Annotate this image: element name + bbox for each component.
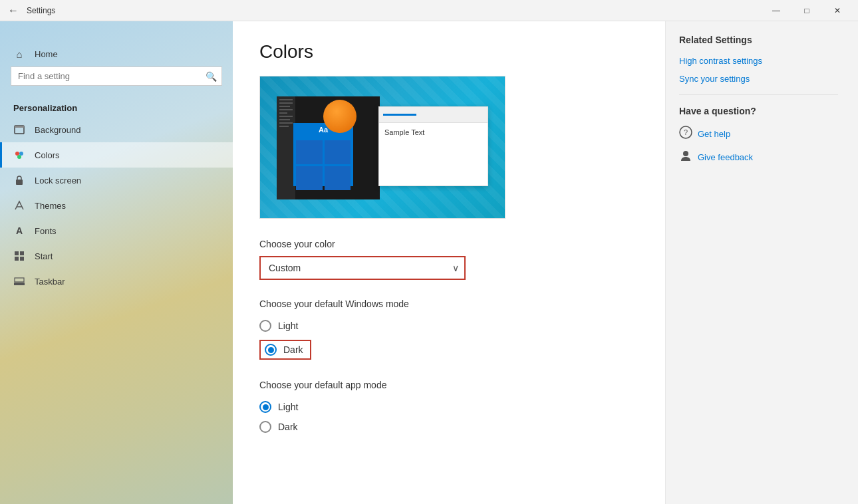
radio-dark-inner — [268, 347, 274, 353]
sidebar-item-label-background: Background — [35, 125, 80, 135]
choose-color-label: Choose your color — [259, 239, 639, 249]
radio-dark-outer — [265, 344, 277, 356]
sample-text: Sample Text — [384, 128, 424, 136]
sidebar-item-label-colors: Colors — [35, 150, 60, 160]
svg-point-3 — [19, 152, 23, 156]
give-feedback-action[interactable]: Give feedback — [679, 149, 838, 166]
svg-rect-7 — [15, 251, 19, 255]
titlebar: ← Settings — □ ✕ — [0, 0, 858, 21]
preview-orange-ball — [323, 100, 357, 133]
window-controls: — □ ✕ — [761, 0, 853, 21]
sidebar-item-taskbar[interactable]: Taskbar — [0, 269, 233, 294]
app-mode-section: Choose your default app mode Light Dark — [259, 380, 639, 437]
search-input[interactable] — [11, 66, 222, 86]
help-icon: ? — [679, 126, 692, 142]
colors-icon — [13, 149, 25, 161]
dark-radio-box: Dark — [259, 340, 311, 360]
minimize-button[interactable]: — — [761, 0, 791, 21]
sidebar-item-fonts[interactable]: A Fonts — [0, 218, 233, 243]
color-preview: Aa Sample Text — [259, 76, 505, 219]
home-icon: ⌂ — [13, 48, 25, 60]
back-button[interactable]: ← — [5, 3, 21, 19]
color-dropdown[interactable]: Custom Light Dark — [259, 256, 466, 280]
windows-mode-group: Light Dark — [259, 316, 639, 364]
windows-mode-label: Choose your default Windows mode — [259, 299, 639, 309]
background-icon — [13, 124, 25, 136]
windows-mode-light-label: Light — [278, 320, 298, 331]
app-body: ⌂ Home 🔍 Personalization Background — [0, 21, 858, 504]
feedback-icon — [679, 149, 692, 166]
app-mode-group: Light Dark — [259, 397, 639, 437]
svg-rect-10 — [20, 257, 24, 261]
app-mode-dark-label: Dark — [278, 422, 298, 432]
have-question-title: Have a question? — [679, 106, 838, 116]
sidebar-item-label-start: Start — [35, 251, 53, 261]
get-help-action[interactable]: ? Get help — [679, 126, 838, 142]
high-contrast-link[interactable]: High contrast settings — [679, 56, 838, 66]
app-mode-light-label: Light — [278, 402, 298, 412]
sidebar-item-themes[interactable]: Themes — [0, 193, 233, 218]
svg-rect-1 — [15, 126, 24, 128]
sidebar-home-item[interactable] — [0, 21, 233, 41]
sidebar-item-label-lock-screen: Lock screen — [35, 176, 81, 186]
svg-rect-8 — [20, 251, 24, 255]
sidebar: ⌂ Home 🔍 Personalization Background — [0, 21, 233, 504]
sidebar-item-home[interactable]: ⌂ Home — [0, 41, 233, 66]
sidebar-item-label-home: Home — [35, 49, 58, 59]
sync-settings-link[interactable]: Sync your settings — [679, 74, 838, 84]
windows-mode-dark-label: Dark — [283, 344, 303, 355]
sidebar-item-label-themes: Themes — [35, 201, 66, 211]
sidebar-item-start[interactable]: Start — [0, 243, 233, 269]
app-mode-dark[interactable]: Dark — [259, 417, 639, 437]
right-panel: Related Settings High contrast settings … — [665, 21, 858, 504]
lock-icon — [13, 174, 25, 186]
page-title: Colors — [259, 41, 639, 63]
radio-app-light-outer — [259, 401, 271, 413]
svg-rect-11 — [14, 283, 25, 285]
maximize-button[interactable]: □ — [791, 0, 822, 21]
start-icon — [13, 250, 25, 262]
sidebar-section-title: Personalization — [0, 96, 233, 117]
svg-rect-9 — [15, 257, 19, 261]
fonts-icon: A — [13, 225, 25, 237]
app-mode-label: Choose your default app mode — [259, 380, 639, 390]
give-feedback-link[interactable]: Give feedback — [698, 152, 753, 162]
svg-rect-12 — [15, 278, 24, 282]
content-area: Colors — [233, 21, 665, 504]
taskbar-icon — [13, 275, 25, 287]
svg-text:?: ? — [684, 128, 688, 136]
radio-app-dark-outer — [259, 421, 271, 433]
svg-point-4 — [17, 155, 21, 159]
svg-point-2 — [15, 152, 19, 156]
themes-icon — [13, 199, 25, 211]
sidebar-item-label-taskbar: Taskbar — [35, 277, 65, 287]
radio-app-light-inner — [263, 404, 269, 410]
svg-rect-5 — [16, 180, 23, 185]
close-button[interactable]: ✕ — [822, 0, 853, 21]
search-icon: 🔍 — [206, 71, 217, 82]
radio-light-outer — [259, 320, 271, 332]
windows-mode-light[interactable]: Light — [259, 316, 639, 336]
windows-mode-dark[interactable]: Dark — [259, 336, 639, 364]
sidebar-item-colors[interactable]: Colors — [0, 142, 233, 168]
related-settings-title: Related Settings — [679, 35, 838, 45]
preview-white-window: Sample Text — [378, 106, 488, 186]
right-panel-divider — [679, 94, 838, 95]
sidebar-item-lock-screen[interactable]: Lock screen — [0, 168, 233, 193]
color-dropdown-container: Custom Light Dark ∨ — [259, 256, 466, 280]
get-help-link[interactable]: Get help — [698, 129, 730, 139]
app-mode-light[interactable]: Light — [259, 397, 639, 417]
sidebar-search: 🔍 — [11, 66, 222, 86]
sidebar-item-label-fonts: Fonts — [35, 226, 57, 236]
app-title: Settings — [27, 6, 761, 15]
sidebar-item-background[interactable]: Background — [0, 117, 233, 142]
svg-point-15 — [683, 151, 688, 156]
